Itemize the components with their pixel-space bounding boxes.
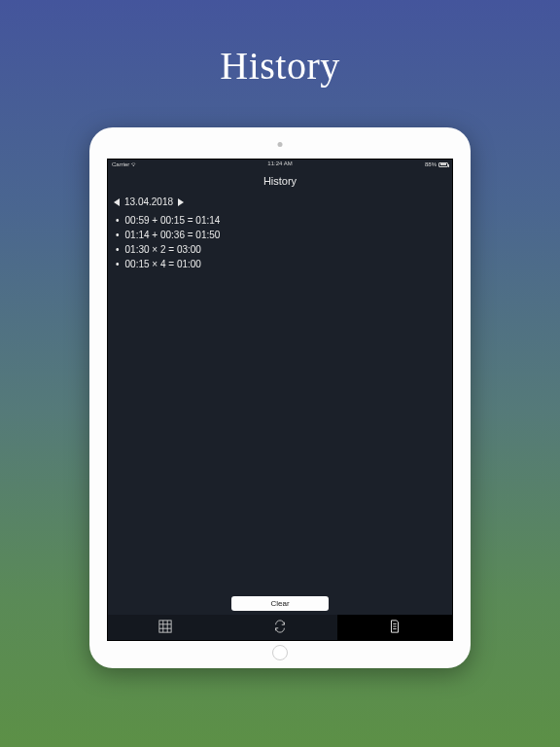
device-frame: Carrier ᯤ 11:24 AM 88% History 13.04.201… bbox=[89, 127, 471, 668]
next-date-button[interactable] bbox=[178, 198, 184, 206]
clear-button[interactable]: Clear bbox=[231, 596, 329, 611]
tab-refresh[interactable] bbox=[223, 615, 337, 640]
history-item: 01:14 + 00:36 = 01:50 bbox=[114, 228, 446, 242]
svg-rect-0 bbox=[159, 621, 171, 632]
grid-icon bbox=[158, 620, 172, 635]
status-time: 11:24 AM bbox=[267, 160, 292, 166]
history-item: 01:30 × 2 = 03:00 bbox=[114, 242, 446, 257]
nav-title: History bbox=[108, 169, 452, 196]
history-item: 00:15 × 4 = 01:00 bbox=[114, 257, 446, 271]
date-picker: 13.04.2018 bbox=[108, 196, 452, 213]
device-home-button bbox=[272, 645, 288, 660]
status-carrier: Carrier ᯤ bbox=[112, 161, 137, 167]
page-title: History bbox=[220, 43, 340, 89]
app-screen: Carrier ᯤ 11:24 AM 88% History 13.04.201… bbox=[107, 159, 453, 641]
status-battery: 88% bbox=[425, 161, 448, 167]
document-icon bbox=[388, 620, 402, 635]
refresh-icon bbox=[273, 620, 287, 635]
tab-calculator[interactable] bbox=[108, 615, 223, 640]
device-camera-dot bbox=[278, 142, 283, 147]
date-label: 13.04.2018 bbox=[124, 196, 173, 207]
history-list: 00:59 + 00:15 = 01:1401:14 + 00:36 = 01:… bbox=[108, 213, 452, 596]
tab-history[interactable] bbox=[337, 615, 452, 640]
tab-bar bbox=[108, 615, 452, 640]
history-item: 00:59 + 00:15 = 01:14 bbox=[114, 213, 446, 228]
status-battery-pct: 88% bbox=[425, 161, 437, 167]
clear-row: Clear bbox=[108, 596, 452, 615]
prev-date-button[interactable] bbox=[114, 198, 120, 206]
status-bar: Carrier ᯤ 11:24 AM 88% bbox=[108, 160, 452, 169]
battery-icon bbox=[438, 162, 448, 167]
